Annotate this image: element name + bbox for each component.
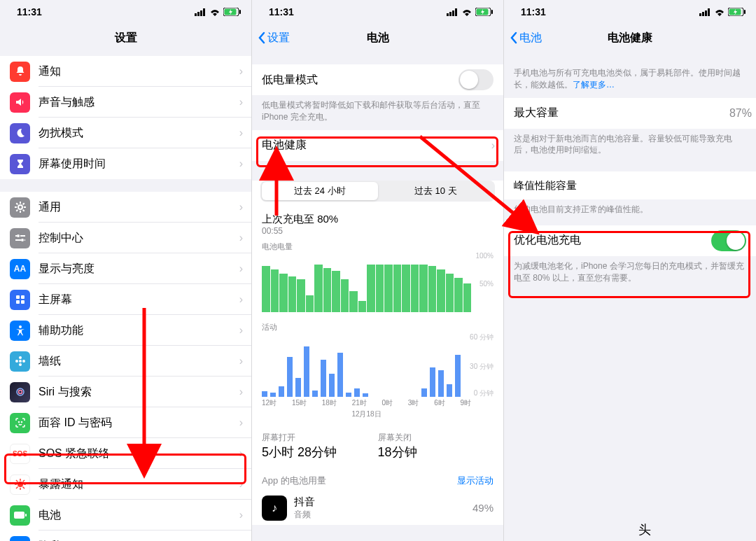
svg-rect-13 (21, 300, 24, 304)
row-low-power-mode[interactable]: 低电量模式 (252, 64, 503, 95)
battery-charging-icon (728, 8, 746, 16)
status-bar: 11:31 (504, 0, 756, 24)
svg-point-19 (22, 360, 25, 363)
row-dnd[interactable]: 勿扰模式› (0, 118, 251, 148)
optimized-charging-footer: 为减缓电池老化，iPhone 会学习您每日的充电模式，并暂缓充电至 80% 以上… (504, 256, 756, 287)
text-size-icon: AA (10, 259, 30, 279)
last-charge-time: 00:55 (262, 226, 493, 236)
svg-rect-11 (21, 295, 24, 299)
settings-group-2: 通用› 控制中心› AA显示与亮度› 主屏幕› 辅助功能› 墙纸› Siri 与… (0, 192, 251, 541)
svg-point-14 (19, 325, 22, 328)
row-wallpaper[interactable]: 墙纸› (0, 346, 251, 377)
row-control-center[interactable]: 控制中心› (0, 223, 251, 253)
svg-rect-6 (239, 10, 241, 14)
learn-more-link[interactable]: 了解更多… (573, 80, 615, 90)
wifi-icon (209, 8, 220, 16)
row-faceid[interactable]: 面容 ID 与密码› (0, 407, 251, 438)
show-activity-link[interactable]: 显示活动 (457, 475, 493, 487)
chevron-right-icon: › (239, 65, 243, 78)
chevron-right-icon: › (239, 416, 243, 429)
seg-10d[interactable]: 过去 10 天 (378, 182, 494, 200)
accessibility-icon (10, 321, 30, 341)
chevron-left-icon (510, 31, 518, 44)
chevron-right-icon: › (239, 386, 243, 398)
battery-charging-icon (223, 8, 241, 16)
svg-rect-33 (14, 512, 24, 519)
battery-level-chart: 100% 50% (262, 253, 493, 312)
gear-icon (10, 197, 30, 218)
svg-rect-44 (705, 10, 707, 16)
douyin-icon: ♪ (262, 496, 287, 521)
row-accessibility[interactable]: 辅助功能› (0, 315, 251, 346)
grid-icon (10, 290, 30, 310)
page-title: 设置 (115, 31, 137, 45)
row-exposure[interactable]: 暴露通知› (0, 469, 251, 500)
row-screentime[interactable]: 屏幕使用时间› (0, 148, 251, 179)
status-time: 11:31 (17, 6, 42, 17)
chevron-right-icon: › (239, 355, 243, 367)
row-battery[interactable]: 电池› (0, 500, 251, 531)
siri-icon (10, 382, 30, 402)
svg-rect-2 (200, 10, 202, 16)
page-title: 电池 (367, 31, 389, 45)
svg-point-9 (21, 239, 24, 241)
row-peak-performance: 峰值性能容量 (504, 171, 756, 199)
row-display[interactable]: AA显示与亮度› (0, 253, 251, 284)
status-time: 11:31 (269, 6, 294, 17)
row-notifications[interactable]: 通知› (0, 56, 251, 87)
nav-header: 设置 电池 (252, 24, 503, 52)
screen-time-stats: 屏幕打开5小时 28分钟 屏幕关闭18分钟 (252, 425, 503, 468)
svg-rect-35 (447, 13, 449, 16)
row-privacy[interactable]: 隐私› (0, 531, 251, 541)
battery-icon (10, 505, 30, 526)
svg-rect-45 (708, 8, 710, 16)
row-sos[interactable]: SOSSOS 紧急联络› (0, 438, 251, 469)
wifi-icon (461, 8, 472, 16)
svg-point-17 (19, 363, 22, 366)
svg-point-16 (19, 356, 22, 359)
activity-label: 活动 (262, 322, 493, 332)
bell-icon (10, 62, 30, 82)
chevron-right-icon: › (239, 96, 243, 108)
svg-line-30 (22, 487, 24, 489)
row-siri[interactable]: Siri 与搜索› (0, 377, 251, 407)
svg-point-20 (17, 388, 24, 395)
cellular-icon (195, 8, 206, 16)
svg-rect-3 (203, 8, 205, 16)
chevron-right-icon: › (239, 293, 243, 306)
app-row-douyin[interactable]: ♪ 抖音音频 49% (252, 491, 503, 525)
last-charge-label: 上次充电至 80% (262, 209, 493, 226)
back-button[interactable]: 设置 (258, 31, 290, 45)
row-general[interactable]: 通用› (0, 192, 251, 223)
svg-point-21 (18, 391, 22, 394)
low-power-toggle[interactable] (458, 69, 493, 90)
svg-rect-10 (16, 295, 20, 299)
speaker-icon (10, 92, 30, 113)
row-optimized-charging[interactable]: 优化电池充电 (504, 225, 756, 256)
hourglass-icon (10, 154, 30, 174)
svg-line-31 (16, 487, 18, 489)
wifi-icon (714, 8, 725, 16)
panel-battery: 11:31 设置 电池 低电量模式 低电量模式将暂时降低如下载和邮件获取等后台活… (252, 0, 504, 541)
svg-rect-12 (16, 300, 20, 304)
optimized-charging-toggle[interactable] (711, 230, 746, 251)
row-max-capacity: 最大容量 87% (504, 98, 756, 129)
status-bar: 11:31 (252, 0, 503, 24)
row-homescreen[interactable]: 主屏幕› (0, 284, 251, 315)
seg-24h[interactable]: 过去 24 小时 (262, 182, 378, 200)
chevron-right-icon: › (239, 262, 243, 275)
status-time: 11:31 (521, 6, 546, 17)
time-range-segmented[interactable]: 过去 24 小时 过去 10 天 (260, 181, 495, 202)
row-battery-health[interactable]: 电池健康 › (252, 130, 503, 161)
exposure-icon (10, 475, 30, 495)
svg-point-22 (18, 422, 19, 423)
svg-rect-34 (25, 514, 27, 517)
svg-rect-36 (449, 12, 451, 16)
peak-performance-footer: 您的电池目前支持正常的峰值性能。 (504, 199, 756, 218)
row-sounds[interactable]: 声音与触感› (0, 87, 251, 118)
page-title: 电池健康 (608, 31, 652, 45)
battery-charging-icon (475, 8, 493, 16)
intro-text: 手机电池与所有可充电电池类似，属于易耗部件。使用时间越长，能效越低。了解更多… (504, 52, 756, 94)
back-button[interactable]: 电池 (510, 31, 542, 45)
flower-icon (10, 351, 30, 372)
